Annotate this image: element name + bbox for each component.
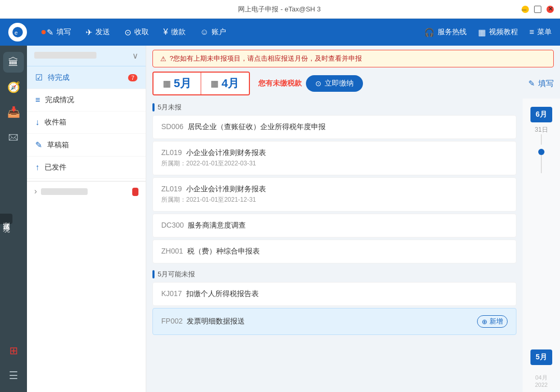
video-icon: ▦ — [478, 27, 486, 37]
fill-write-icon: ✎ — [528, 79, 535, 88]
nav-menu[interactable]: ≡ 菜单 — [529, 27, 552, 37]
calendar-icon-apr: ▦ — [211, 79, 218, 89]
item-sd006-code: SD006 — [161, 122, 184, 131]
sidebar-icon-grid[interactable]: ⊞ — [3, 340, 24, 361]
add-fp002-button[interactable]: ⊕ 新增 — [477, 315, 508, 328]
nav-account[interactable]: ☺ 账户 — [200, 27, 226, 37]
pay-now-button[interactable]: ⊙ 立即缴纳 — [306, 75, 363, 92]
chevron-right-icon: › — [34, 187, 37, 196]
panel-header[interactable]: ∨ — [27, 46, 146, 66]
receive-icon: ⊙ — [124, 27, 131, 37]
inbox-icon: ↓ — [35, 118, 39, 127]
list-item-kj017[interactable]: KJ017 扣缴个人所得税报告表 — [152, 282, 516, 306]
item-zl019-1-text: ZL019 小企业会计准则财务报表 — [161, 148, 266, 158]
minimize-button[interactable]: ─ — [522, 6, 529, 13]
left-panel: ∨ ☑ 待完成 7 ≡ 完成情况 ↓ 收件箱 ✎ 草稿箱 ↑ 已发件 › — [27, 46, 146, 392]
company2-name-blurred — [41, 188, 88, 195]
sidebar-icon-compass[interactable]: 🧭 — [3, 77, 24, 97]
menu-item-pending[interactable]: ☑ 待完成 7 — [27, 66, 146, 89]
item-zl019-2-text: ZL019 小企业会计准则财务报表 — [161, 185, 266, 194]
month-tabs-group: ▦ 5月 ▦ 4月 — [152, 72, 250, 95]
section-header-may-unreported: 5月未报 — [152, 99, 516, 115]
completed-icon: ≡ — [35, 95, 40, 105]
item-kj017-text: KJ017 扣缴个人所得税报告表 — [161, 289, 259, 299]
add-icon: ⊕ — [482, 318, 487, 326]
alert-banner: ⚠ ?您如有上期未申报项目，请点击相应报送月份，及时查看并申报 — [152, 50, 554, 67]
month-apr-label: 4月 — [221, 76, 239, 91]
pay-icon-circle: ⊙ — [315, 79, 321, 88]
timeline-may-badge: 5月 — [530, 349, 552, 365]
timeline-may-label: 5月 — [536, 353, 547, 361]
nav-pay-label: 缴款 — [171, 27, 186, 37]
content-area: 5月未报 SD006 居民企业（查账征收）企业所得税年度申报 ZL019 — [146, 99, 560, 392]
section-divider-2 — [152, 270, 155, 278]
section-divider — [152, 103, 155, 111]
month-tab-may[interactable]: ▦ 5月 — [153, 73, 201, 94]
timeline-line-mid — [541, 155, 542, 173]
list-area: 5月未报 SD006 居民企业（查账征收）企业所得税年度申报 ZL019 — [146, 99, 523, 392]
timeline-bottom-date: 04月 2022 — [535, 374, 548, 388]
item-kj017-name: 扣缴个人所得税报告表 — [186, 289, 259, 298]
nav-menu-label: 菜单 — [537, 27, 552, 37]
panel-section2[interactable]: › — [27, 181, 146, 201]
list-item-zl019-2[interactable]: ZL019 小企业会计准则财务报表 所属期：2021-01-01至2021-12… — [152, 177, 516, 212]
sidebar-icon-list[interactable]: ☰ — [3, 365, 24, 386]
month-tab-apr[interactable]: ▦ 4月 — [201, 73, 248, 94]
pay-icon: ¥ — [163, 27, 168, 37]
list-item-zh001[interactable]: ZH001 税（费）种综合申报表 — [152, 240, 516, 263]
pay-now-label: 立即缴纳 — [325, 79, 354, 88]
timeline-bottom-year: 2022 — [535, 382, 548, 388]
nav-account-label: 账户 — [212, 27, 226, 37]
item-sd006-name: 居民企业（查账征收）企业所得税年度申报 — [188, 122, 326, 131]
pending-badge: 7 — [128, 74, 137, 81]
draft-icon: ✎ — [35, 140, 42, 150]
item-kj017-code: KJ017 — [161, 289, 182, 298]
sidebar-icon-home[interactable]: 🏛 — [3, 52, 24, 73]
section-header-may-possible: 5月可能未报 — [152, 265, 516, 282]
list-item-dc300[interactable]: DC300 服务商满意度调查 — [152, 214, 516, 237]
menu-item-sent[interactable]: ↑ 已发件 — [27, 157, 146, 179]
item-zl019-2-code: ZL019 — [161, 185, 182, 193]
red-badge — [132, 188, 138, 196]
account-icon: ☺ — [200, 27, 208, 37]
nav-fill[interactable]: ✎ 填写 — [41, 27, 71, 37]
main-layout: 🏛 🧭 📥 🖂 ⊞ ☰ 测试环境 ∨ ☑ 待完成 7 ≡ 完成情况 ↓ 收件箱 — [0, 46, 560, 392]
sidebar-icon-stamp[interactable]: 🖂 — [3, 127, 24, 147]
maximize-button[interactable] — [534, 6, 541, 13]
menu-item-inbox[interactable]: ↓ 收件箱 — [27, 111, 146, 134]
nav-hotline-label: 服务热线 — [438, 27, 467, 37]
close-button[interactable]: ✕ — [547, 6, 554, 13]
section-title-1: 5月未报 — [158, 103, 181, 112]
fill-write-button[interactable]: ✎ 填写 — [528, 79, 554, 89]
nav-send[interactable]: ✈ 发送 — [86, 27, 110, 37]
item-fp002-text: FP002 发票明细数据报送 — [161, 317, 245, 326]
nav-fill-label: 填写 — [57, 27, 71, 37]
title-bar: 网上电子申报 - eTax@SH 3 ─ ✕ — [0, 0, 560, 19]
send-icon: ✈ — [86, 27, 92, 37]
window-controls[interactable]: ─ ✕ — [522, 6, 554, 13]
calendar-icon-may: ▦ — [163, 79, 171, 89]
item-sd006-text: SD006 居民企业（查账征收）企业所得税年度申报 — [161, 122, 326, 132]
list-item-fp002[interactable]: FP002 发票明细数据报送 ⊕ 新增 — [152, 308, 516, 335]
draft-label: 草稿箱 — [47, 141, 69, 150]
icon-sidebar: 🏛 🧭 📥 🖂 ⊞ ☰ 测试环境 — [0, 46, 27, 392]
item-dc300-text: DC300 服务商满意度调查 — [161, 221, 246, 230]
test-env-label: 测试环境 — [0, 214, 12, 224]
month-tabs-row: ▦ 5月 ▦ 4月 您有未缴税款 ⊙ 立即缴纳 ✎ 填写 — [146, 69, 560, 99]
nav-hotline[interactable]: 🎧 服务热线 — [424, 27, 467, 37]
nav-video[interactable]: ▦ 视频教程 — [478, 27, 518, 37]
list-item-sd006[interactable]: SD006 居民企业（查账征收）企业所得税年度申报 — [152, 115, 516, 139]
fill-write-label: 填写 — [538, 79, 554, 89]
pending-label: 待完成 — [48, 73, 69, 82]
timeline-line-top — [541, 134, 542, 145]
nav-pay[interactable]: ¥ 缴款 — [163, 27, 186, 37]
sidebar-icon-inbox[interactable]: 📥 — [3, 102, 24, 122]
menu-item-draft[interactable]: ✎ 草稿箱 — [27, 134, 146, 157]
item-zh001-text: ZH001 税（费）种综合申报表 — [161, 247, 260, 256]
section-title-2: 5月可能未报 — [158, 270, 195, 279]
panel-chevron: ∨ — [132, 51, 138, 61]
list-item-zl019-1[interactable]: ZL019 小企业会计准则财务报表 所属期：2022-01-01至2022-03… — [152, 141, 516, 175]
sent-icon: ↑ — [35, 163, 39, 172]
menu-item-completed[interactable]: ≡ 完成情况 — [27, 89, 146, 111]
nav-receive[interactable]: ⊙ 收取 — [124, 27, 149, 37]
